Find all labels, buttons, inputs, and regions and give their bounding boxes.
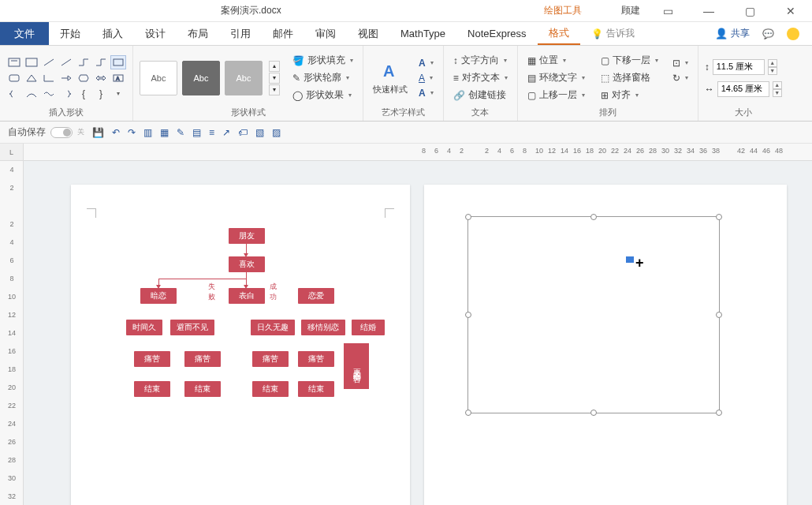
horizontal-ruler[interactable]: 8642246810121416182022242628303234363842… xyxy=(24,144,812,161)
redo-icon[interactable]: ↷ xyxy=(128,127,136,138)
gallery-up-icon[interactable]: ▴ xyxy=(269,61,280,72)
shape-fill-button[interactable]: 🪣形状填充▾ xyxy=(289,53,356,68)
shape-triangle-icon[interactable] xyxy=(24,71,39,85)
tab-noteexpress[interactable]: NoteExpress xyxy=(456,22,537,45)
tab-mail[interactable]: 邮件 xyxy=(262,22,304,45)
shape-connector-icon[interactable] xyxy=(76,55,91,69)
qat-icon-6[interactable]: ↗ xyxy=(222,127,230,138)
group-button[interactable]: ⊡▾ xyxy=(669,57,691,69)
shape-lbrace-icon[interactable] xyxy=(6,87,22,101)
tab-layout[interactable]: 布局 xyxy=(177,22,219,45)
rotate-button[interactable]: ↻▾ xyxy=(669,72,691,84)
ruler-tick: 4 xyxy=(3,166,20,174)
tab-review[interactable]: 审阅 xyxy=(304,22,347,45)
resize-handle[interactable] xyxy=(716,214,722,220)
align-button[interactable]: ⊞对齐▾ xyxy=(598,88,661,103)
gallery-more-icon[interactable]: ▾ xyxy=(269,84,280,95)
share-button[interactable]: 👤 共享 xyxy=(715,27,750,40)
tab-view[interactable]: 视图 xyxy=(347,22,389,45)
shape-connector2-icon[interactable] xyxy=(93,55,109,69)
tab-reference[interactable]: 引用 xyxy=(219,22,262,45)
qat-icon-9[interactable]: ▨ xyxy=(272,127,281,138)
shape-lconn-icon[interactable] xyxy=(41,71,57,85)
ruler-corner[interactable]: L xyxy=(0,144,23,161)
shape-style-3[interactable]: Abc xyxy=(225,61,263,95)
text-effects-button[interactable]: A▾ xyxy=(415,87,437,99)
save-icon[interactable]: 💾 xyxy=(92,127,104,138)
window-close-button[interactable]: ✕ xyxy=(777,5,804,17)
user-name[interactable]: 顾建 xyxy=(621,4,640,17)
shape-gallery[interactable]: A { } ▾ xyxy=(6,55,126,101)
qat-icon-2[interactable]: ▦ xyxy=(160,127,169,138)
tab-design[interactable]: 设计 xyxy=(134,22,177,45)
send-backward-button[interactable]: ▢下移一层▾ xyxy=(598,53,661,68)
tab-file[interactable]: 文件 xyxy=(0,22,49,45)
shape-textbox2-icon[interactable] xyxy=(24,55,39,69)
shape-hexagon-icon[interactable] xyxy=(76,71,91,85)
undo-icon[interactable]: ↶ xyxy=(112,127,120,138)
shape-textbox-icon[interactable] xyxy=(6,55,22,69)
shape-rectangle-icon[interactable] xyxy=(110,55,126,69)
shape-style-gallery[interactable]: Abc Abc Abc xyxy=(140,61,263,95)
tell-me[interactable]: 💡 告诉我 xyxy=(591,22,635,45)
qat-icon-3[interactable]: ✎ xyxy=(177,127,184,138)
tab-insert[interactable]: 插入 xyxy=(91,22,134,45)
qat-icon-4[interactable]: ▤ xyxy=(192,127,201,138)
wrap-text-button[interactable]: ▤环绕文字▾ xyxy=(524,70,588,85)
shape-wave-icon[interactable] xyxy=(41,87,57,101)
height-down[interactable]: ▼ xyxy=(768,67,777,75)
qat-icon-1[interactable]: ▥ xyxy=(143,127,152,138)
resize-handle[interactable] xyxy=(716,312,722,318)
shape-textbox3-icon[interactable]: A xyxy=(110,71,126,85)
width-up[interactable]: ▲ xyxy=(773,81,782,89)
width-down[interactable]: ▼ xyxy=(773,89,782,97)
tab-home[interactable]: 开始 xyxy=(49,22,91,45)
height-up[interactable]: ▲ xyxy=(768,59,777,67)
text-fill-button[interactable]: A▾ xyxy=(415,57,437,69)
ribbon-options-icon[interactable]: ▭ xyxy=(654,5,681,17)
shape-style-2[interactable]: Abc xyxy=(182,61,220,95)
window-minimize-button[interactable]: — xyxy=(695,5,722,17)
tab-mathtype[interactable]: MathType xyxy=(389,22,456,45)
shape-width-input[interactable] xyxy=(717,81,769,97)
comments-icon[interactable]: 💬 xyxy=(762,28,774,39)
vertical-ruler[interactable]: L 422468101214161820222426283032 xyxy=(0,144,24,505)
align-text-button[interactable]: ≡对齐文本▾ xyxy=(450,70,511,85)
gallery-down-icon[interactable]: ▾ xyxy=(269,73,280,84)
shape-line2-icon[interactable] xyxy=(58,55,74,69)
shape-effects-button[interactable]: ◯形状效果▾ xyxy=(289,88,356,103)
position-button[interactable]: ▦位置▾ xyxy=(524,53,588,68)
autosave-toggle[interactable]: 自动保存 关 xyxy=(8,125,84,139)
smiley-icon[interactable] xyxy=(787,28,799,40)
qat-icon-8[interactable]: ▧ xyxy=(255,127,264,138)
tab-format[interactable]: 格式 xyxy=(538,22,580,45)
text-outline-button[interactable]: A▾ xyxy=(415,72,437,84)
shape-doublearrow-icon[interactable] xyxy=(93,71,109,85)
qat-icon-7[interactable]: 🏷 xyxy=(238,127,248,138)
resize-handle[interactable] xyxy=(465,214,471,220)
resize-handle[interactable] xyxy=(590,410,597,416)
shape-style-1[interactable]: Abc xyxy=(140,61,177,95)
qat-icon-5[interactable]: ≡ xyxy=(209,127,214,138)
selected-shape[interactable]: + xyxy=(467,216,720,413)
resize-handle[interactable] xyxy=(716,410,722,416)
shape-lbrace3-icon[interactable]: { xyxy=(76,87,91,101)
resize-handle[interactable] xyxy=(465,312,471,318)
shape-more-icon[interactable]: ▾ xyxy=(110,87,126,101)
shape-lbrace2-icon[interactable] xyxy=(58,87,74,101)
quick-styles-button[interactable]: A 快速样式 xyxy=(370,61,411,95)
shape-curve-icon[interactable] xyxy=(24,87,39,101)
selection-pane-button[interactable]: ⬚选择窗格 xyxy=(598,70,661,85)
resize-handle[interactable] xyxy=(590,214,597,220)
resize-handle[interactable] xyxy=(465,410,471,416)
create-link-button[interactable]: 🔗创建链接 xyxy=(450,88,511,103)
shape-line-icon[interactable] xyxy=(41,55,57,69)
window-maximize-button[interactable]: ▢ xyxy=(736,5,763,17)
shape-outline-button[interactable]: ✎形状轮廓▾ xyxy=(289,70,356,85)
shape-rbrace-icon[interactable]: } xyxy=(93,87,109,101)
bring-forward-button[interactable]: ▢上移一层▾ xyxy=(524,88,588,103)
shape-roundrect-icon[interactable] xyxy=(6,71,22,85)
shape-height-input[interactable] xyxy=(713,59,765,75)
text-direction-button[interactable]: ↕文字方向▾ xyxy=(450,53,511,68)
shape-arrow-icon[interactable] xyxy=(58,71,74,85)
